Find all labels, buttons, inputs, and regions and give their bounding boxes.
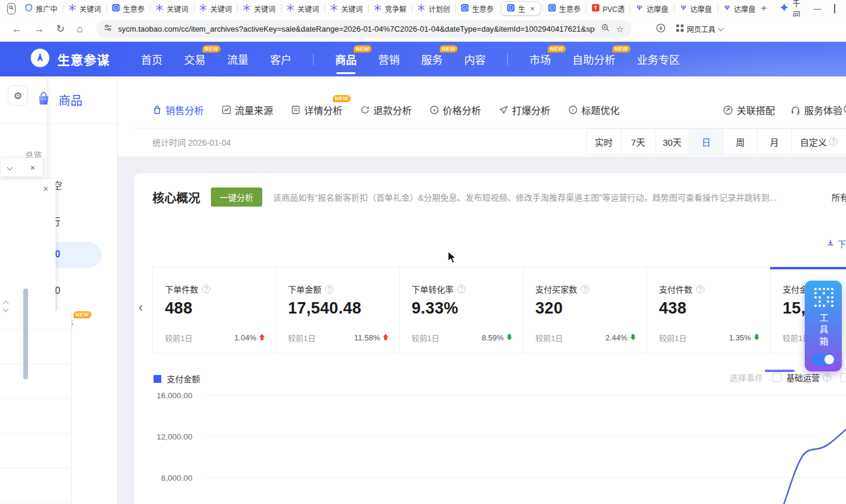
tab-label: 生意参 (123, 4, 145, 14)
browser-tab[interactable]: T PVC透 (586, 1, 630, 16)
toolbox-toggle[interactable] (811, 354, 835, 365)
brand[interactable]: 生意参谋 (30, 48, 110, 70)
subtab-打爆分析[interactable]: 打爆分析 (499, 103, 550, 117)
zoom-in-icon[interactable] (601, 23, 610, 35)
list-item[interactable] (0, 311, 71, 330)
tab-close-icon[interactable]: × (530, 4, 535, 13)
browser-tab[interactable]: 关键词 (194, 1, 237, 16)
window-minimize-button[interactable]: — (813, 4, 821, 13)
date-option-7天[interactable]: 7天 (621, 129, 655, 154)
nav-item-商品[interactable]: 商品NEW (335, 51, 357, 67)
help-icon[interactable]: ? (823, 373, 831, 382)
tab-label: 达摩盘 (646, 4, 668, 14)
back-button[interactable]: ← (12, 24, 22, 34)
event-checkbox[interactable] (773, 373, 781, 382)
browser-tab[interactable]: 关键词 (324, 1, 368, 16)
browser-tab[interactable]: 关键词 (281, 1, 324, 16)
new-tab-button[interactable]: + (761, 2, 767, 14)
nav-item-自助分析[interactable]: 自助分析NEW (572, 51, 615, 67)
metric-card-下单金额[interactable]: 下单金额? 17,540.48 较前1日 11.58% (276, 267, 400, 354)
browser-tab[interactable]: 生× (501, 1, 541, 16)
chevron-down-icon[interactable] (7, 164, 13, 170)
subtab-详情分析[interactable]: 详情分析NEW (291, 103, 342, 117)
event-checkbox-clipped[interactable] (841, 373, 846, 382)
help-icon[interactable]: ? (457, 285, 465, 293)
date-option-周[interactable]: 周 (723, 129, 757, 154)
metric-card-下单转化率[interactable]: 下单转化率? 9.33% 较前1日 8.59% (400, 267, 523, 354)
gear-icon[interactable]: ⚙ (8, 85, 28, 106)
address-bar[interactable]: sycm.taobao.com/cc/item_archives?activeK… (96, 20, 632, 38)
nav-item-业务专区[interactable]: 业务专区 (637, 51, 680, 67)
payment-trend-chart[interactable]: 16,000.0012,000.008,000.00 (134, 387, 846, 504)
download-circle-icon[interactable] (656, 23, 666, 35)
app-top-nav: 生意参谋 首页交易NEW流量客户商品NEW营销服务NEW内容市场NEW自助分析N… (0, 42, 846, 76)
list-item[interactable] (0, 330, 71, 364)
subtab-价格分析[interactable]: ¥ 价格分析 (430, 103, 481, 117)
browser-tab[interactable]: 计划创 (412, 1, 455, 16)
date-option-实时[interactable]: 实时 (587, 129, 621, 154)
nav-item-营销[interactable]: 营销 (378, 51, 400, 67)
nav-item-服务[interactable]: 服务NEW (421, 51, 443, 67)
subtab-销售分析[interactable]: 销售分析 (152, 103, 204, 117)
sidebar-scrollbar-thumb[interactable] (23, 288, 28, 379)
date-option-日[interactable]: 日 (689, 129, 723, 154)
nav-item-流量[interactable]: 流量 (227, 51, 249, 67)
browser-tab[interactable]: 生意参 (106, 1, 150, 16)
browser-tab[interactable]: 关键词 (63, 1, 106, 16)
browser-tab[interactable]: Ψ 达摩盘 (718, 1, 761, 16)
subtab-服务体验[interactable]: 服务体验 (790, 103, 842, 117)
window-maximize-button[interactable] (834, 4, 835, 13)
date-option-自定义[interactable]: 自定义? (791, 129, 846, 154)
close-icon[interactable]: × (43, 184, 48, 193)
metric-card-下单件数[interactable]: 下单件数? 488 较前1日 1.04% (152, 267, 276, 354)
damopan-icon: Ψ (679, 4, 688, 14)
sidebar-item-fragment[interactable]: 0 (55, 285, 60, 296)
webtools-button[interactable]: 网页工具 (676, 24, 723, 34)
help-icon[interactable]: ? (696, 285, 704, 293)
date-option-月[interactable]: 月 (757, 129, 791, 154)
tab-label: 关键词 (341, 4, 363, 14)
nav-item-客户[interactable]: 客户 (270, 51, 292, 67)
browser-tab[interactable]: 关键词 (237, 1, 281, 16)
subtab-关联搭配[interactable]: 关联搭配 (723, 103, 775, 117)
one-click-analyze-button[interactable]: 一键分析 (211, 188, 262, 207)
browser-tab[interactable]: 生意参 (455, 1, 499, 16)
subtab-退款分析[interactable]: 退款分析 (360, 103, 412, 117)
close-icon[interactable]: × (30, 163, 35, 172)
browser-tab[interactable]: 竞争解 (368, 1, 412, 16)
list-item[interactable] (0, 468, 71, 503)
tab-label: 关键词 (79, 4, 101, 14)
metric-card-支付买家数[interactable]: 支付买家数? 320 较前1日 2.44% (523, 267, 647, 354)
help-icon[interactable]: ? (581, 285, 589, 293)
browser-tab[interactable]: 关键词 (150, 1, 194, 16)
reload-button[interactable]: ↻ (56, 24, 65, 34)
browser-tab[interactable]: 生意参 (542, 1, 586, 16)
help-icon[interactable]: ? (202, 285, 210, 293)
bookmark-star-icon[interactable]: ☆ (616, 24, 624, 35)
download-link[interactable]: 下载 (826, 238, 846, 250)
help-icon[interactable]: ? (829, 137, 838, 146)
expand-collapse-control[interactable] (4, 302, 8, 311)
nav-item-市场[interactable]: 市场NEW (529, 51, 551, 67)
toolbox-widget[interactable]: 工具箱 (805, 281, 842, 371)
tab-label: 计划创 (428, 4, 450, 14)
subtab-标题优化[interactable]: T 标题优化 (568, 103, 620, 117)
list-item[interactable] (0, 399, 71, 434)
nav-item-内容[interactable]: 内容 (464, 51, 486, 67)
tab-search-button[interactable] (7, 3, 16, 14)
help-icon[interactable]: ? (325, 285, 333, 293)
browser-tab[interactable]: 推广中 (19, 1, 63, 16)
browser-tab[interactable]: Ψ 达摩盘 (674, 1, 718, 16)
list-item[interactable] (0, 434, 71, 468)
nav-item-首页[interactable]: 首页 (141, 51, 163, 67)
nav-item-交易[interactable]: 交易NEW (184, 51, 206, 67)
home-button[interactable]: ⌂ (76, 24, 82, 34)
browser-tab[interactable]: Ψ 达摩盘 (630, 1, 673, 16)
subtab-流量来源[interactable]: 流量来源 (222, 103, 273, 117)
forward-button[interactable]: → (34, 24, 44, 34)
date-option-30天[interactable]: 30天 (655, 129, 689, 154)
list-item[interactable] (0, 364, 71, 399)
cards-prev-arrow[interactable]: ‹ (139, 300, 143, 315)
metric-card-支付件数[interactable]: 支付件数? 438 较前1日 1.35% (647, 267, 771, 354)
sidebar-item-fragment[interactable]: 0 (55, 249, 60, 260)
